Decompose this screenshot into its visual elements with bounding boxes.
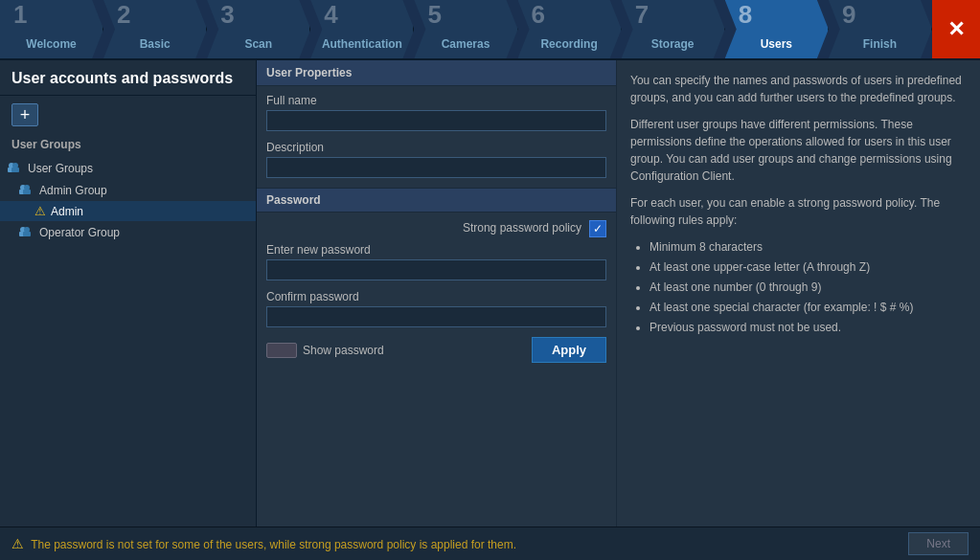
- step-number-5: 5: [427, 2, 441, 27]
- step-authentication[interactable]: 4 Authentication: [310, 0, 414, 58]
- next-button[interactable]: Next: [908, 532, 969, 555]
- step-label-basic: Basic: [140, 37, 171, 51]
- middle-panel: User Properties Full name Description Pa…: [257, 60, 616, 526]
- description-input[interactable]: [266, 157, 606, 178]
- tree-item-user-groups-root[interactable]: User Groups: [0, 157, 256, 179]
- step-number-8: 8: [739, 2, 752, 27]
- step-number-6: 6: [532, 2, 545, 27]
- step-label-cameras: Cameras: [442, 37, 490, 51]
- show-password-row: Show password Apply: [266, 337, 606, 363]
- step-number-7: 7: [635, 2, 649, 27]
- user-properties-header: User Properties: [257, 60, 616, 86]
- user-groups-label: User Groups: [0, 134, 256, 155]
- step-basic[interactable]: 2 Basic: [103, 0, 207, 58]
- password-section-header: Password: [257, 188, 616, 213]
- help-para1: You can specify the names and passwords …: [630, 72, 967, 106]
- fullname-label: Full name: [266, 94, 606, 107]
- help-para2: Different user groups have different per…: [630, 116, 967, 185]
- step-number-1: 1: [13, 2, 27, 27]
- description-group: Description: [266, 141, 606, 178]
- enter-password-label: Enter new password: [266, 243, 606, 257]
- right-panel: You can specify the names and passwords …: [616, 60, 980, 526]
- step-label-recording: Recording: [540, 37, 597, 51]
- show-password-toggle[interactable]: [266, 343, 297, 358]
- step-label-authentication: Authentication: [322, 37, 402, 51]
- apply-button[interactable]: Apply: [532, 337, 606, 363]
- main-content: User accounts and passwords + User Group…: [0, 60, 980, 560]
- left-panel: User accounts and passwords + User Group…: [0, 60, 257, 526]
- strong-policy-label: Strong password policy: [463, 221, 581, 235]
- page-title: User accounts and passwords: [0, 60, 256, 96]
- confirm-password-input[interactable]: [266, 306, 606, 327]
- step-number-3: 3: [220, 2, 234, 27]
- step-scan[interactable]: 3 Scan: [207, 0, 310, 58]
- step-label-storage: Storage: [651, 37, 695, 51]
- warning-icon: ⚠: [34, 204, 46, 218]
- help-rule-1: Minimum 8 characters: [650, 238, 967, 256]
- fullname-input[interactable]: [266, 110, 606, 131]
- help-para3: For each user, you can enable a strong p…: [630, 194, 967, 229]
- help-rules-list: Minimum 8 characters At least one upper-…: [630, 238, 967, 336]
- step-label-users: Users: [761, 37, 792, 51]
- step-finish[interactable]: 9 Finish: [829, 0, 932, 58]
- help-rule-3: At least one number (0 through 9): [650, 279, 967, 296]
- step-label-finish: Finish: [863, 37, 897, 51]
- help-rule-2: At least one upper-case letter (A throug…: [650, 258, 967, 276]
- step-number-4: 4: [324, 2, 337, 27]
- show-password-label: Show password: [303, 344, 384, 357]
- help-rule-4: At least one special character (for exam…: [650, 299, 967, 316]
- props-body: Full name Description Password Strong pa…: [257, 86, 616, 526]
- enter-password-group: Enter new password: [266, 243, 606, 280]
- tree-item-label: Operator Group: [39, 226, 120, 239]
- confirm-password-label: Confirm password: [266, 290, 606, 303]
- tree-item-label: Admin: [51, 205, 83, 218]
- top-navigation: 1 Welcome 2 Basic 3 Scan 4 Authenticatio…: [0, 0, 980, 60]
- step-label-welcome: Welcome: [26, 37, 76, 51]
- tree-item-operator-group[interactable]: Operator Group: [0, 221, 256, 243]
- enter-password-input[interactable]: [266, 259, 606, 280]
- step-label-scan: Scan: [244, 37, 272, 51]
- tree-item-admin-group[interactable]: Admin Group: [0, 179, 256, 201]
- user-tree: User Groups Admin Group: [0, 155, 256, 526]
- strong-policy-checkbox[interactable]: ✓: [589, 220, 606, 237]
- step-number-2: 2: [117, 2, 130, 27]
- warning-message: ⚠ The password is not set for some of th…: [11, 536, 516, 551]
- warning-icon: ⚠: [11, 536, 24, 551]
- strong-policy-row: Strong password policy ✓: [266, 220, 606, 237]
- group-icon: [19, 182, 34, 198]
- svg-rect-3: [11, 168, 19, 172]
- svg-rect-7: [23, 190, 31, 194]
- group-icon: [8, 160, 23, 176]
- step-number-9: 9: [842, 2, 855, 27]
- step-recording[interactable]: 6 Recording: [518, 0, 622, 58]
- fullname-group: Full name: [266, 94, 606, 131]
- content-area: User accounts and passwords + User Group…: [0, 60, 980, 526]
- step-cameras[interactable]: 5 Cameras: [414, 0, 517, 58]
- svg-rect-11: [23, 232, 31, 236]
- close-button[interactable]: ✕: [932, 0, 980, 58]
- show-password-left: Show password: [266, 343, 384, 358]
- tree-item-label: User Groups: [28, 162, 93, 175]
- step-users[interactable]: 8 Users: [725, 0, 829, 58]
- add-user-button[interactable]: +: [11, 103, 38, 126]
- tree-item-label: Admin Group: [39, 184, 107, 197]
- confirm-password-group: Confirm password: [266, 290, 606, 327]
- tree-item-admin-user[interactable]: ⚠ Admin: [0, 201, 256, 221]
- step-welcome[interactable]: 1 Welcome: [0, 0, 103, 58]
- bottom-bar: ⚠ The password is not set for some of th…: [0, 526, 980, 560]
- help-rule-5: Previous password must not be used.: [650, 319, 967, 336]
- group-icon: [19, 224, 34, 240]
- description-label: Description: [266, 141, 606, 154]
- step-storage[interactable]: 7 Storage: [622, 0, 725, 58]
